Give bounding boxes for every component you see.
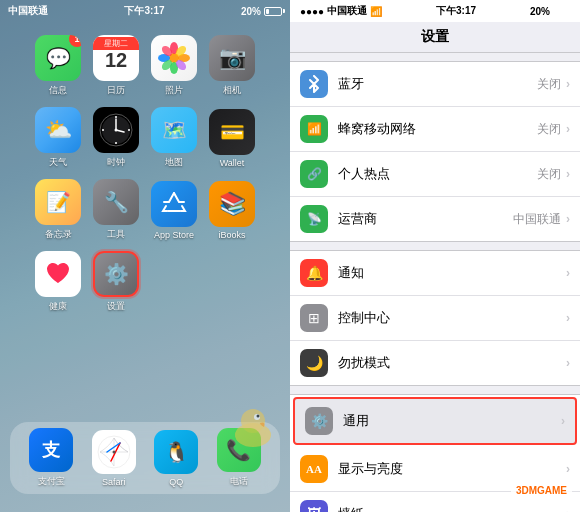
- message-badge: 1: [69, 35, 81, 47]
- carrier-row-icon: 📡: [300, 205, 328, 233]
- calendar-label: 日历: [107, 84, 125, 97]
- notification-group: 🔔 通知 › ⊞ 控制中心 › 🌙 勿扰模式 ›: [290, 250, 580, 386]
- svg-point-30: [257, 415, 260, 418]
- qq-label: QQ: [169, 477, 183, 487]
- app-icon-camera[interactable]: 📷 相机: [203, 30, 261, 102]
- health-label: 健康: [49, 300, 67, 313]
- carrier-left: 中国联通: [8, 4, 48, 18]
- app-icon-message[interactable]: 💬 1 信息: [29, 30, 87, 102]
- appstore-icon-img: [151, 181, 197, 227]
- settings-row-dnd[interactable]: 🌙 勿扰模式 ›: [290, 341, 580, 385]
- empty-slot-1: [145, 246, 203, 318]
- status-left-right: ●●●● 中国联通 📶: [300, 4, 382, 18]
- battery-area-right: 20%: [530, 6, 570, 17]
- notifications-arrow: ›: [566, 266, 570, 280]
- display-label: 显示与亮度: [338, 460, 566, 478]
- cellular-value: 关闭: [537, 121, 561, 138]
- dock-qq[interactable]: 🐧 QQ: [154, 430, 198, 487]
- app-icon-tools[interactable]: 🔧 工具: [87, 174, 145, 246]
- general-label: 通用: [343, 412, 561, 430]
- settings-title: 设置: [421, 28, 449, 44]
- gear-icon: ⚙️: [104, 262, 129, 286]
- app-icon-health[interactable]: 健康: [29, 246, 87, 318]
- battery-percent-left: 20%: [241, 6, 261, 17]
- display-arrow: ›: [566, 462, 570, 476]
- settings-row-hotspot[interactable]: 🔗 个人热点 关闭 ›: [290, 152, 580, 197]
- app-icon-weather[interactable]: ⛅ 天气: [29, 102, 87, 174]
- notifications-label: 通知: [338, 264, 566, 282]
- app-icon-photos[interactable]: 照片: [145, 30, 203, 102]
- wifi-icon-right: 📶: [370, 6, 382, 17]
- status-bar-right: ●●●● 中国联通 📶 下午3:17 20%: [290, 0, 580, 22]
- dnd-row-icon: 🌙: [300, 349, 328, 377]
- dock-safari[interactable]: Safari: [92, 430, 136, 487]
- app-icon-wallet[interactable]: 💳 Wallet: [203, 102, 261, 174]
- watermark-text: 3DMGAME: [516, 485, 567, 496]
- wallet-label: Wallet: [220, 158, 245, 168]
- wallpaper-label: 墙纸: [338, 505, 566, 512]
- svg-point-13: [115, 129, 118, 132]
- carrier-right: 中国联通: [327, 4, 367, 18]
- safari-label: Safari: [102, 477, 126, 487]
- cellular-arrow: ›: [566, 122, 570, 136]
- safari-icon: [92, 430, 136, 474]
- app-icon-settings[interactable]: ⚙️ 设置: [87, 246, 145, 318]
- settings-icon-img: ⚙️: [93, 251, 139, 297]
- wallpaper-row-icon: 🖼: [300, 500, 328, 512]
- signal-icon-right: ●●●●: [300, 6, 324, 17]
- app-icon-maps[interactable]: 🗺️ 地图: [145, 102, 203, 174]
- empty-slot-2: [203, 246, 261, 318]
- camera-label: 相机: [223, 84, 241, 97]
- hotspot-row-icon: 🔗: [300, 160, 328, 188]
- settings-row-cellular[interactable]: 📶 蜂窝移动网络 关闭 ›: [290, 107, 580, 152]
- phone-label: 电话: [230, 475, 248, 488]
- weather-icon-img: ⛅: [35, 107, 81, 153]
- svg-point-16: [115, 142, 117, 144]
- general-arrow: ›: [561, 414, 565, 428]
- battery-area-left: 20%: [241, 6, 282, 17]
- app-icon-calendar[interactable]: 星期二 12 日历: [87, 30, 145, 102]
- battery-fill-left: [266, 9, 269, 14]
- photos-label: 照片: [165, 84, 183, 97]
- settings-row-controlcenter[interactable]: ⊞ 控制中心 ›: [290, 296, 580, 341]
- svg-point-17: [102, 129, 104, 131]
- maps-icon-img: 🗺️: [151, 107, 197, 153]
- cal-date: 12: [105, 50, 127, 70]
- app-icon-ibooks[interactable]: 📚 iBooks: [203, 174, 261, 246]
- calendar-icon-img: 星期二 12: [93, 35, 139, 81]
- settings-row-carrier[interactable]: 📡 运营商 中国联通 ›: [290, 197, 580, 241]
- app-icon-appstore[interactable]: App Store: [145, 174, 203, 246]
- svg-point-26: [112, 450, 115, 453]
- app-icon-clock[interactable]: 时钟: [87, 102, 145, 174]
- wallet-icon-img: 💳: [209, 109, 255, 155]
- wallpaper-arrow: ›: [566, 507, 570, 512]
- general-row-icon: ⚙️: [305, 407, 333, 435]
- backup-label: 备忘录: [45, 228, 72, 241]
- battery-fill-right: [554, 9, 557, 14]
- wireless-group: 蓝牙 关闭 › 📶 蜂窝移动网络 关闭 › 🔗 个人热点 关闭 ›: [290, 61, 580, 242]
- hotspot-value: 关闭: [537, 166, 561, 183]
- app-icon-backup[interactable]: 📝 备忘录: [29, 174, 87, 246]
- bluetooth-row-icon: [300, 70, 328, 98]
- maps-label: 地图: [165, 156, 183, 169]
- hotspot-label: 个人热点: [338, 165, 537, 183]
- settings-row-bluetooth[interactable]: 蓝牙 关闭 ›: [290, 62, 580, 107]
- svg-point-14: [115, 116, 117, 118]
- controlcenter-row-icon: ⊞: [300, 304, 328, 332]
- carrier-value: 中国联通: [513, 211, 561, 228]
- app-grid: 💬 1 信息 星期二 12 日历: [0, 22, 290, 326]
- backup-icon-img: 📝: [35, 179, 81, 225]
- message-icon-img: 💬 1: [35, 35, 81, 81]
- dock-alipay[interactable]: 支 支付宝: [29, 428, 73, 488]
- appstore-label: App Store: [154, 230, 194, 240]
- bluetooth-value: 关闭: [537, 76, 561, 93]
- watermark-duck: [228, 403, 278, 457]
- clock-label: 时钟: [107, 156, 125, 169]
- controlcenter-arrow: ›: [566, 311, 570, 325]
- settings-row-general[interactable]: ⚙️ 通用 ›: [293, 397, 577, 445]
- right-panel: ●●●● 中国联通 📶 下午3:17 20% 设置 蓝牙: [290, 0, 580, 512]
- settings-row-notifications[interactable]: 🔔 通知 ›: [290, 251, 580, 296]
- svg-point-28: [241, 409, 265, 433]
- time-right: 下午3:17: [436, 4, 476, 18]
- time-left: 下午3:17: [124, 4, 164, 18]
